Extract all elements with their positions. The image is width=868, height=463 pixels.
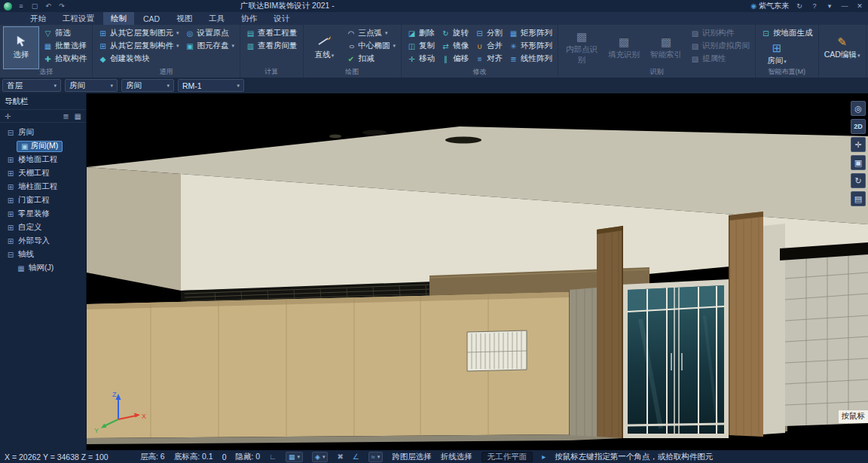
save-element-button[interactable]: ▣图元存盘▾: [184, 40, 237, 52]
menu-icon[interactable]: ≡: [17, 2, 26, 10]
building-model[interactable]: Z X Y: [87, 93, 868, 450]
category-select[interactable]: 房间▾: [65, 79, 118, 92]
tree-node-axis[interactable]: ⊟轴线: [0, 248, 86, 261]
tab-collaborate[interactable]: 协作: [234, 12, 264, 25]
room-layout-button[interactable]: ⊞ 房间▾: [760, 40, 794, 68]
minimize-button[interactable]: —: [840, 2, 849, 10]
floor-select[interactable]: 首层▾: [2, 79, 61, 92]
rect-array-button[interactable]: ▦矩形阵列: [507, 27, 554, 39]
tab-start[interactable]: 开始: [23, 12, 53, 25]
cad-edit-button[interactable]: ✎ CAD编辑▾: [823, 27, 862, 69]
tile-wall[interactable]: [780, 242, 868, 426]
wood-panel-left[interactable]: [597, 226, 623, 438]
chevron-down-icon[interactable]: ▾: [825, 2, 834, 10]
view-table-button[interactable]: ▤: [851, 191, 866, 206]
tree-node-room[interactable]: ⊟房间: [0, 126, 86, 139]
tab-tools[interactable]: 工具: [201, 12, 232, 25]
polyline-select-toggle[interactable]: 折线选择: [441, 452, 472, 462]
help-icon[interactable]: ?: [810, 2, 819, 10]
component-tree: ⊟房间 ▣房间(M) ⊞楼地面工程 ⊞天棚工程 ⊞墙柱面工程 ⊞门窗工程 ⊞零星…: [0, 123, 86, 275]
pin-icon[interactable]: ✛: [5, 112, 11, 120]
workplane-indicator[interactable]: 无工作平面: [481, 452, 533, 462]
copy-components-from-layer-button[interactable]: ⊞从其它层复制构件▾: [96, 40, 181, 52]
tree-node-ceiling-works[interactable]: ⊞天棚工程: [0, 166, 86, 180]
tree-node-wall-column-works[interactable]: ⊞墙柱面工程: [0, 180, 86, 193]
fill-recognize-button[interactable]: ▩填充识别: [604, 27, 643, 69]
view-room-quantity-button[interactable]: ▥查看房间量: [244, 40, 299, 52]
view-2d-button[interactable]: 2D: [851, 119, 866, 134]
polar-array-button[interactable]: ✳环形阵列: [507, 40, 554, 52]
rotate-button[interactable]: ↻旋转: [439, 27, 470, 39]
tab-project-settings[interactable]: 工程设置: [55, 12, 102, 25]
tab-design[interactable]: 设计: [266, 12, 297, 25]
tree-node-floor-works[interactable]: ⊞楼地面工程: [0, 153, 86, 166]
wood-panel-right[interactable]: [729, 212, 763, 437]
center-ellipse-button[interactable]: ○中心椭圆▾: [345, 40, 398, 52]
pan-view-button[interactable]: ✛: [851, 137, 866, 152]
copy-button[interactable]: ◫复制: [405, 40, 436, 52]
type-select[interactable]: 房间▾: [121, 79, 174, 92]
create-deco-block-button[interactable]: ◆创建装饰块: [96, 53, 181, 65]
merge-button[interactable]: ∪合并: [473, 40, 504, 52]
pilaster[interactable]: [569, 288, 597, 437]
linear-array-button[interactable]: ≣线性阵列: [507, 53, 554, 65]
snap-mode-button[interactable]: ≈▾: [368, 452, 383, 462]
smart-index-button[interactable]: ▩智能索引: [646, 27, 686, 69]
view-project-quantity-button[interactable]: ▤查看工程量: [244, 27, 299, 39]
entrance-glass-doors[interactable]: [622, 279, 729, 438]
copy-elements-from-layer-button[interactable]: ⊞从其它层复制图元▾: [96, 27, 181, 39]
user-account[interactable]: ◉ 紫气东来: [750, 1, 789, 11]
redo-icon[interactable]: ↷: [57, 2, 66, 10]
tab-cad[interactable]: CAD: [136, 12, 167, 25]
tab-draw[interactable]: 绘制: [103, 12, 134, 25]
tab-view[interactable]: 视图: [169, 12, 200, 25]
orbit-view-button[interactable]: ◎: [851, 101, 866, 116]
recognize-virtual-room-button[interactable]: ▨识别虚拟房间: [689, 40, 751, 52]
tree-leaf-axis-grid[interactable]: ▦轴网(J): [0, 261, 86, 275]
undo-icon[interactable]: ↶: [44, 2, 53, 10]
view-cube-button[interactable]: ◈▾: [312, 452, 328, 462]
tree-leaf-room-m[interactable]: ▣房间(M): [0, 139, 86, 153]
ucs-icon[interactable]: ∟: [269, 452, 277, 461]
tree-node-misc-decoration[interactable]: ⊞零星装修: [0, 207, 86, 221]
grid-view-icon[interactable]: ▦: [75, 112, 81, 120]
rotate-view-button[interactable]: ↻: [851, 173, 866, 188]
recognize-component-button[interactable]: ▨识别构件: [689, 27, 751, 39]
node-closed-icon: ⊞: [6, 169, 15, 178]
mirror-button[interactable]: ⇄镜像: [439, 40, 470, 52]
line-tool-button[interactable]: 直线▾: [307, 27, 342, 69]
delete-button[interactable]: ◪删除: [405, 27, 436, 39]
angle-icon[interactable]: ∠: [353, 452, 359, 461]
generate-by-floor-button[interactable]: ⊡按地面生成: [760, 27, 815, 39]
batch-select-button[interactable]: ▦批量选择: [41, 40, 88, 52]
three-point-arc-button[interactable]: ◠三点弧▾: [345, 27, 398, 39]
align-button[interactable]: ≡对齐: [473, 53, 504, 65]
cross-layer-select-toggle[interactable]: 跨图层选择: [392, 452, 432, 462]
offset-button[interactable]: ∥偏移: [439, 53, 470, 65]
split-button[interactable]: ⊟分割: [473, 27, 504, 39]
pick-element-button[interactable]: ✚拾取构件: [41, 53, 88, 65]
clear-icon[interactable]: ✖: [337, 452, 343, 461]
room-icon: ⊞: [772, 41, 782, 54]
filter-button[interactable]: ▽筛选: [41, 27, 88, 39]
tree-node-external-import[interactable]: ⊞外部导入: [0, 234, 86, 248]
chevron-down-icon: ▾: [232, 43, 235, 49]
new-document-icon[interactable]: ▢: [30, 2, 39, 10]
element-select[interactable]: RM-1▾: [178, 79, 244, 92]
wall-window[interactable]: [467, 330, 527, 371]
inner-point-recognize-button[interactable]: ▩内部点识别: [562, 27, 601, 69]
window-select-button[interactable]: ▣: [851, 155, 866, 170]
deduction-toggle[interactable]: ✔扣减: [345, 53, 398, 65]
select-tool-button[interactable]: 选择: [4, 27, 38, 69]
tree-node-custom[interactable]: ⊞自定义: [0, 221, 86, 234]
extract-property-button[interactable]: ▨提属性: [689, 53, 751, 65]
list-view-icon[interactable]: ≣: [63, 112, 69, 120]
3d-viewport[interactable]: Z X Y ◎ 2D ✛ ▣ ↻ ▤ 按鼠标: [87, 93, 868, 450]
grid-snap-button[interactable]: ▦▾: [286, 452, 303, 462]
close-button[interactable]: ✕: [855, 2, 864, 10]
sync-icon[interactable]: ↻: [795, 2, 804, 10]
set-origin-button[interactable]: ◎设置原点: [184, 27, 237, 39]
selected-tree-item[interactable]: ▣房间(M): [17, 141, 63, 152]
tree-node-door-window-works[interactable]: ⊞门窗工程: [0, 193, 86, 207]
move-button[interactable]: ✛移动: [405, 53, 436, 65]
